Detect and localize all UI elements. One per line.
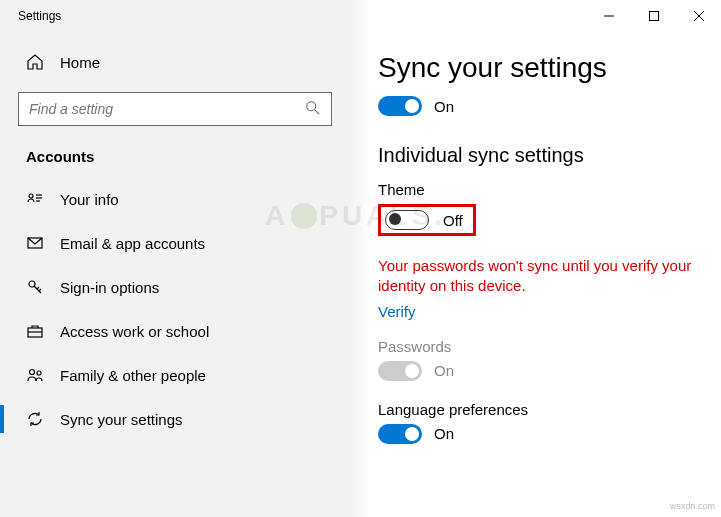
person-card-icon — [26, 190, 44, 208]
sync-icon — [26, 410, 44, 428]
sidebar-item-label: Family & other people — [60, 367, 206, 384]
sidebar-item-family[interactable]: Family & other people — [18, 353, 332, 397]
subheading: Individual sync settings — [378, 144, 693, 167]
highlight-box: Off — [378, 204, 476, 236]
theme-toggle[interactable] — [385, 210, 429, 230]
sidebar-item-signin[interactable]: Sign-in options — [18, 265, 332, 309]
svg-line-5 — [315, 109, 319, 113]
theme-state: Off — [443, 212, 463, 229]
master-sync-state: On — [434, 98, 454, 115]
key-icon — [26, 278, 44, 296]
passwords-label: Passwords — [378, 338, 693, 355]
nav-home[interactable]: Home — [18, 40, 332, 84]
svg-point-15 — [37, 371, 41, 375]
passwords-toggle — [378, 361, 422, 381]
people-icon — [26, 366, 44, 384]
svg-point-14 — [30, 370, 35, 375]
watermark-site: wsxdn.com — [670, 501, 715, 511]
page-title: Sync your settings — [378, 52, 693, 84]
close-button[interactable] — [676, 1, 721, 31]
maximize-button[interactable] — [631, 1, 676, 31]
passwords-state: On — [434, 362, 454, 379]
window-title: Settings — [18, 9, 61, 23]
sidebar-item-label: Sync your settings — [60, 411, 183, 428]
lang-toggle[interactable] — [378, 424, 422, 444]
search-icon — [305, 100, 321, 119]
minimize-button[interactable] — [586, 1, 631, 31]
window-controls — [586, 1, 721, 31]
lang-state: On — [434, 425, 454, 442]
sidebar-section-heading: Accounts — [18, 144, 332, 177]
sidebar-item-label: Email & app accounts — [60, 235, 205, 252]
master-sync-toggle[interactable] — [378, 96, 422, 116]
svg-point-6 — [29, 194, 33, 198]
sidebar-item-label: Access work or school — [60, 323, 209, 340]
home-icon — [26, 53, 44, 71]
mail-icon — [26, 234, 44, 252]
password-warning: Your passwords won't sync until you veri… — [378, 256, 693, 297]
nav-home-label: Home — [60, 54, 100, 71]
sidebar-item-sync[interactable]: Sync your settings — [18, 397, 332, 441]
sidebar-item-work-school[interactable]: Access work or school — [18, 309, 332, 353]
verify-link[interactable]: Verify — [378, 303, 416, 320]
main-content: Sync your settings On Individual sync se… — [350, 0, 721, 517]
svg-point-4 — [307, 101, 316, 110]
search-box[interactable] — [18, 92, 332, 126]
sidebar-item-email[interactable]: Email & app accounts — [18, 221, 332, 265]
search-input[interactable] — [29, 101, 305, 117]
passwords-toggle-row: On — [378, 361, 693, 381]
master-sync-toggle-row: On — [378, 96, 693, 116]
title-bar: Settings — [0, 0, 721, 32]
lang-toggle-row: On — [378, 424, 693, 444]
sidebar-item-your-info[interactable]: Your info — [18, 177, 332, 221]
briefcase-icon — [26, 322, 44, 340]
sidebar: Home Accounts Your info Email & app acco… — [0, 0, 350, 517]
sidebar-item-label: Sign-in options — [60, 279, 159, 296]
sidebar-item-label: Your info — [60, 191, 119, 208]
svg-rect-1 — [649, 12, 658, 21]
lang-label: Language preferences — [378, 401, 693, 418]
theme-label: Theme — [378, 181, 693, 198]
